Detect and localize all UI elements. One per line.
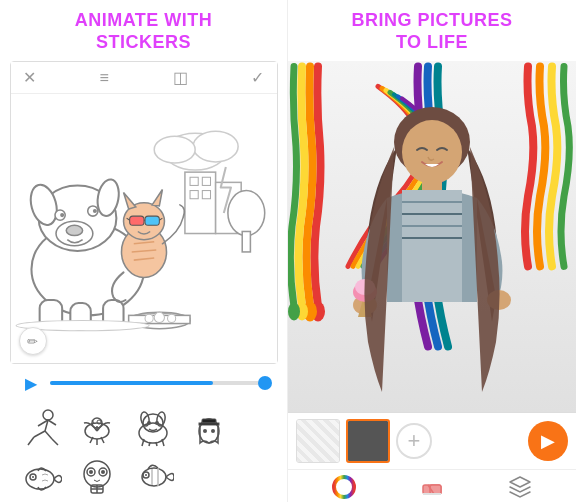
girl-figure-svg [342, 102, 522, 412]
svg-point-17 [66, 226, 82, 236]
tool-bar [288, 469, 576, 502]
svg-point-88 [145, 474, 147, 476]
timeline-progress [50, 381, 214, 385]
svg-point-10 [227, 191, 264, 236]
eraser-button[interactable] [419, 474, 445, 500]
svg-point-84 [142, 468, 166, 486]
svg-line-46 [34, 431, 45, 437]
sticker-skull[interactable] [72, 454, 122, 498]
svg-rect-30 [145, 216, 159, 225]
svg-line-51 [52, 439, 58, 445]
svg-point-75 [32, 476, 34, 478]
svg-point-107 [340, 483, 348, 491]
editor-area: ✕ ≡ ◫ ✓ [10, 61, 278, 364]
svg-point-42 [167, 315, 175, 323]
svg-point-91 [296, 303, 308, 321]
svg-point-72 [211, 429, 215, 433]
svg-point-71 [203, 429, 207, 433]
close-icon[interactable]: ✕ [23, 68, 36, 87]
play-round-button[interactable]: ▶ [528, 421, 568, 461]
svg-point-92 [288, 303, 300, 321]
svg-line-47 [45, 431, 52, 439]
svg-rect-7 [190, 191, 198, 199]
layers-button[interactable] [507, 474, 533, 500]
svg-point-63 [155, 421, 159, 425]
svg-rect-6 [202, 177, 210, 185]
right-title-line1: BRING PICTURES [298, 10, 566, 32]
timeline-thumb[interactable] [258, 376, 272, 390]
sticker-bird[interactable] [72, 406, 122, 450]
right-title-line2: TO LIFE [298, 32, 566, 54]
editor-toolbar: ✕ ≡ ◫ ✓ [11, 62, 277, 94]
svg-point-3 [154, 137, 195, 164]
svg-line-66 [156, 442, 157, 446]
svg-point-62 [147, 421, 151, 425]
svg-rect-70 [199, 423, 219, 425]
svg-line-49 [48, 420, 56, 425]
svg-rect-29 [129, 216, 143, 225]
pencil-icon: ✏ [27, 334, 38, 349]
svg-point-21 [92, 209, 96, 213]
bottom-bar: + ▶ [288, 412, 576, 502]
svg-line-65 [149, 442, 150, 446]
svg-point-83 [101, 470, 105, 474]
svg-rect-8 [202, 191, 210, 199]
timeline-area: ▶ [10, 364, 278, 402]
sticker-runner[interactable] [16, 406, 66, 450]
sticker-hat-figure[interactable] [184, 406, 234, 450]
menu-icon[interactable]: ≡ [99, 69, 108, 87]
layers-icon[interactable]: ◫ [173, 68, 188, 87]
svg-rect-5 [190, 177, 198, 185]
svg-point-19 [60, 213, 64, 217]
editor-canvas: ✏ [11, 94, 277, 363]
edit-button[interactable]: ✏ [19, 327, 47, 355]
frame-thumb-1-preview [297, 420, 339, 462]
coloring-scene-svg [11, 94, 277, 363]
play-button[interactable]: ▶ [20, 372, 42, 394]
frame-thumb-1[interactable] [296, 419, 340, 463]
right-header: BRING PICTURES TO LIFE [288, 0, 576, 61]
svg-point-44 [43, 410, 53, 420]
sticker-strip [10, 402, 278, 502]
add-frame-button[interactable]: + [396, 423, 432, 459]
check-icon[interactable]: ✓ [251, 68, 264, 87]
left-header: ANIMATE WITH STICKERS [65, 0, 223, 61]
plus-icon: + [408, 428, 421, 454]
svg-rect-69 [202, 419, 216, 423]
play-icon: ▶ [25, 374, 37, 393]
left-title-line2: STICKERS [75, 32, 213, 54]
svg-point-90 [303, 302, 317, 322]
svg-point-94 [402, 120, 462, 184]
svg-rect-11 [242, 232, 250, 252]
color-wheel-button[interactable] [331, 474, 357, 500]
svg-point-82 [89, 470, 93, 474]
timeline-bar[interactable] [50, 381, 268, 385]
frame-strip: + ▶ [288, 413, 576, 469]
frame-thumb-2[interactable] [346, 419, 390, 463]
drawing-scene: ✏ [11, 94, 277, 363]
sticker-dog[interactable] [128, 406, 178, 450]
right-panel: BRING PICTURES TO LIFE [288, 0, 576, 502]
svg-line-50 [28, 437, 34, 445]
frame-thumb-2-preview [348, 421, 388, 461]
left-panel: ANIMATE WITH STICKERS ✕ ≡ ◫ ✓ [0, 0, 288, 502]
sticker-row-1 [16, 406, 272, 450]
svg-point-89 [311, 302, 325, 322]
svg-point-41 [154, 312, 164, 322]
svg-point-40 [145, 315, 153, 323]
sticker-fish[interactable] [16, 454, 66, 498]
photo-area [288, 61, 576, 412]
svg-point-2 [193, 131, 238, 162]
play-round-icon: ▶ [541, 430, 555, 452]
svg-rect-96 [402, 190, 462, 302]
photo-background [288, 61, 576, 412]
sticker-fish2[interactable] [128, 454, 178, 498]
left-title-line1: ANIMATE WITH [75, 10, 213, 32]
sticker-row-2 [16, 454, 272, 498]
